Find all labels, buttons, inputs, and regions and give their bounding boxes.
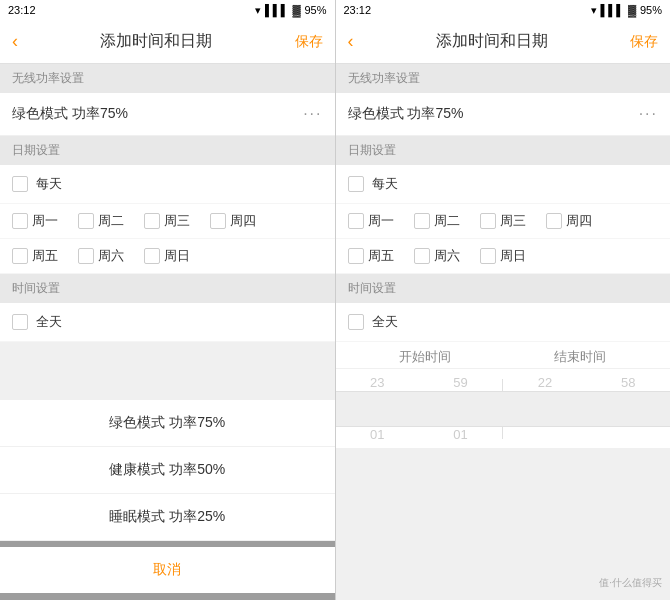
left-battery: 95% xyxy=(304,4,326,16)
left-wednesday-item: 周三 xyxy=(144,212,204,230)
right-thursday-item: 周四 xyxy=(546,212,606,230)
wifi-icon: ▾ xyxy=(255,4,261,17)
right-everyday-row: 每天 xyxy=(336,165,671,204)
left-back-button[interactable]: ‹ xyxy=(12,31,18,52)
left-save-button[interactable]: 保存 xyxy=(295,33,323,51)
left-days-row1: 周一 周二 周三 周四 xyxy=(0,204,335,239)
left-tuesday-label: 周二 xyxy=(98,212,124,230)
left-time-header: 时间设置 xyxy=(0,274,335,303)
right-monday-label: 周一 xyxy=(368,212,394,230)
right-tuesday-checkbox[interactable] xyxy=(414,213,430,229)
left-overlay: 绿色模式 功率75% 健康模式 功率50% 睡眠模式 功率25% 取消 xyxy=(0,400,335,600)
left-wednesday-checkbox[interactable] xyxy=(144,213,160,229)
right-status-right: ▾ ▌▌▌ ▓ 95% xyxy=(591,4,662,17)
right-sunday-item: 周日 xyxy=(480,247,540,265)
left-wednesday-label: 周三 xyxy=(164,212,190,230)
left-friday-label: 周五 xyxy=(32,247,58,265)
left-everyday-checkbox[interactable] xyxy=(12,176,28,192)
left-monday-item: 周一 xyxy=(12,212,72,230)
left-everyday-label: 每天 xyxy=(36,175,62,193)
right-tuesday-item: 周二 xyxy=(414,212,474,230)
right-wireless-item[interactable]: 绿色模式 功率75% ··· xyxy=(336,93,671,136)
left-overlay-item-2[interactable]: 健康模式 功率50% xyxy=(0,447,335,494)
left-allday-row: 全天 xyxy=(0,303,335,342)
left-status-right: ▾ ▌▌▌ ▓ 95% xyxy=(255,4,326,17)
left-time: 23:12 xyxy=(8,4,36,16)
right-signal-icon: ▌▌▌ xyxy=(601,4,624,16)
start-hour-prev: 23 xyxy=(370,373,384,392)
left-thursday-label: 周四 xyxy=(230,212,256,230)
right-dots-menu[interactable]: ··· xyxy=(639,105,658,123)
end-time-label: 结束时间 xyxy=(554,348,606,366)
left-top-bar: ‹ 添加时间和日期 保存 xyxy=(0,20,335,64)
right-top-bar: ‹ 添加时间和日期 保存 xyxy=(336,20,671,64)
left-dots-menu[interactable]: ··· xyxy=(303,105,322,123)
right-days-row2: 周五 周六 周日 xyxy=(336,239,671,274)
battery-icon: ▓ xyxy=(292,4,300,16)
right-page-title: 添加时间和日期 xyxy=(436,31,548,52)
signal-icon: ▌▌▌ xyxy=(265,4,288,16)
right-time-header: 时间设置 xyxy=(336,274,671,303)
right-back-button[interactable]: ‹ xyxy=(348,31,354,52)
left-monday-label: 周一 xyxy=(32,212,58,230)
left-days-row2: 周五 周六 周日 xyxy=(0,239,335,274)
end-minute-column: 58 59 xyxy=(587,373,670,444)
left-panel: 23:12 ▾ ▌▌▌ ▓ 95% ‹ 添加时间和日期 保存 无线功率设置 绿色… xyxy=(0,0,335,600)
right-time-picker: 开始时间 结束时间 23 00 01 59 00 01 xyxy=(336,342,671,448)
right-wednesday-checkbox[interactable] xyxy=(480,213,496,229)
end-hour-prev: 22 xyxy=(538,373,552,392)
left-allday-checkbox[interactable] xyxy=(12,314,28,330)
right-saturday-checkbox[interactable] xyxy=(414,248,430,264)
left-sunday-checkbox[interactable] xyxy=(144,248,160,264)
right-friday-checkbox[interactable] xyxy=(348,248,364,264)
right-date-header: 日期设置 xyxy=(336,136,671,165)
right-time: 23:12 xyxy=(344,4,372,16)
right-wednesday-item: 周三 xyxy=(480,212,540,230)
right-status-bar: 23:12 ▾ ▌▌▌ ▓ 95% xyxy=(336,0,671,20)
right-tuesday-label: 周二 xyxy=(434,212,460,230)
start-minute-column: 59 00 01 xyxy=(419,373,502,444)
right-days-row1: 周一 周二 周三 周四 xyxy=(336,204,671,239)
right-wednesday-label: 周三 xyxy=(500,212,526,230)
left-overlay-item-3[interactable]: 睡眠模式 功率25% xyxy=(0,494,335,541)
right-monday-item: 周一 xyxy=(348,212,408,230)
right-wireless-value: 绿色模式 功率75% xyxy=(348,105,464,123)
right-everyday-label: 每天 xyxy=(372,175,398,193)
left-saturday-label: 周六 xyxy=(98,247,124,265)
left-friday-checkbox[interactable] xyxy=(12,248,28,264)
right-thursday-checkbox[interactable] xyxy=(546,213,562,229)
left-overlay-cancel[interactable]: 取消 xyxy=(0,547,335,593)
left-allday-label: 全天 xyxy=(36,313,62,331)
right-allday-row: 全天 xyxy=(336,303,671,342)
right-wireless-header: 无线功率设置 xyxy=(336,64,671,93)
left-friday-item: 周五 xyxy=(12,247,72,265)
watermark: 值·什么值得买 xyxy=(599,576,662,590)
right-battery-icon: ▓ xyxy=(628,4,636,16)
left-monday-checkbox[interactable] xyxy=(12,213,28,229)
left-saturday-item: 周六 xyxy=(78,247,138,265)
left-tuesday-checkbox[interactable] xyxy=(78,213,94,229)
right-battery: 95% xyxy=(640,4,662,16)
left-thursday-checkbox[interactable] xyxy=(210,213,226,229)
left-wireless-item[interactable]: 绿色模式 功率75% ··· xyxy=(0,93,335,136)
end-hour-column: 22 23 xyxy=(503,373,586,444)
start-minute-prev: 59 xyxy=(453,373,467,392)
right-sunday-checkbox[interactable] xyxy=(480,248,496,264)
right-monday-checkbox[interactable] xyxy=(348,213,364,229)
start-time-label: 开始时间 xyxy=(399,348,451,366)
right-everyday-checkbox[interactable] xyxy=(348,176,364,192)
end-minute-prev: 58 xyxy=(621,373,635,392)
start-minute-next: 01 xyxy=(453,425,467,444)
right-panel: 23:12 ▾ ▌▌▌ ▓ 95% ‹ 添加时间和日期 保存 无线功率设置 绿色… xyxy=(336,0,671,600)
left-sunday-item: 周日 xyxy=(144,247,204,265)
left-page-title: 添加时间和日期 xyxy=(100,31,212,52)
right-save-button[interactable]: 保存 xyxy=(630,33,658,51)
start-hour-column: 23 00 01 xyxy=(336,373,419,444)
start-minute-selected: 00 xyxy=(451,392,471,425)
left-saturday-checkbox[interactable] xyxy=(78,248,94,264)
left-thursday-item: 周四 xyxy=(210,212,270,230)
left-wireless-value: 绿色模式 功率75% xyxy=(12,105,128,123)
right-friday-label: 周五 xyxy=(368,247,394,265)
right-allday-checkbox[interactable] xyxy=(348,314,364,330)
left-overlay-item-1[interactable]: 绿色模式 功率75% xyxy=(0,400,335,447)
